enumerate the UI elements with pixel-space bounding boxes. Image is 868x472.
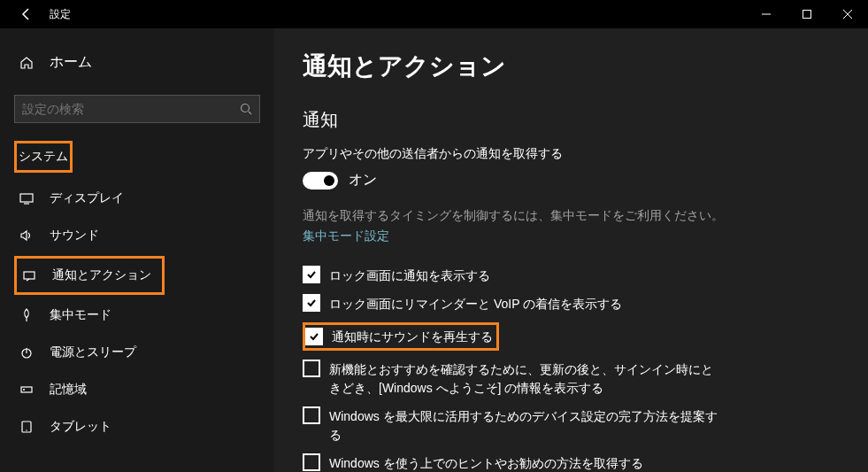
close-button[interactable]	[827, 0, 868, 28]
window-title: 設定	[42, 7, 746, 22]
sidebar-item-label: 記憶域	[50, 382, 87, 398]
focus-hint-text: 通知を取得するタイミングを制御するには、集中モードをご利用ください。	[303, 205, 840, 225]
display-icon	[18, 191, 35, 205]
notifications-icon	[20, 268, 38, 282]
svg-point-8	[26, 429, 27, 430]
focus-settings-link[interactable]: 集中モード設定	[303, 228, 840, 244]
sidebar-item-power[interactable]: 電源とスリープ	[14, 336, 260, 369]
search-icon	[240, 103, 252, 115]
notification-toggle[interactable]	[303, 172, 338, 190]
svg-rect-2	[20, 194, 33, 202]
storage-icon	[18, 383, 35, 397]
svg-point-6	[23, 389, 25, 391]
checkbox-label: ロック画面に通知を表示する	[329, 266, 490, 285]
main-area: ホーム システム ディスプレイ サウンド 通知とアクション	[0, 28, 868, 472]
svg-point-1	[242, 104, 250, 112]
sidebar-item-display[interactable]: ディスプレイ	[14, 182, 260, 215]
section-title: 通知	[303, 108, 840, 132]
content-area: 通知とアクション 通知 アプリやその他の送信者からの通知を取得する オン 通知を…	[274, 28, 868, 472]
window-controls	[746, 0, 868, 28]
checkbox[interactable]	[305, 328, 323, 345]
sidebar-item-sound[interactable]: サウンド	[14, 219, 260, 252]
sidebar-item-focus[interactable]: 集中モード	[14, 298, 260, 332]
checkbox[interactable]	[303, 294, 320, 312]
checkbox-sound-highlight[interactable]: 通知時にサウンドを再生する	[303, 322, 499, 351]
sidebar-item-label: 集中モード	[50, 307, 111, 323]
notification-toggle-desc: アプリやその他の送信者からの通知を取得する	[303, 146, 840, 162]
toggle-knob	[324, 175, 334, 186]
maximize-button[interactable]	[787, 0, 827, 28]
checkbox-label: Windows を最大限に活用するためのデバイス設定の完了方法を提案する	[329, 406, 718, 445]
search-box[interactable]	[14, 95, 260, 123]
page-title: 通知とアクション	[303, 50, 840, 83]
checkbox-label: 新機能とおすすめを確認するために、更新の後と、サインイン時にときどき、[Wind…	[329, 360, 718, 398]
sidebar-item-label: ディスプレイ	[50, 190, 124, 206]
checkbox[interactable]	[303, 266, 320, 283]
focus-icon	[18, 308, 35, 322]
home-label: ホーム	[50, 53, 92, 72]
sidebar-item-storage[interactable]: 記憶域	[14, 373, 260, 406]
svg-rect-0	[803, 11, 811, 19]
checkbox-label: Windows を使う上でのヒントやお勧めの方法を取得する	[329, 453, 643, 472]
checkbox[interactable]	[303, 406, 320, 424]
category-system[interactable]: システム	[14, 141, 73, 173]
sidebar-item-label: サウンド	[50, 228, 99, 244]
checkbox-row-lockscreen[interactable]: ロック画面に通知を表示する	[303, 266, 840, 285]
home-icon	[18, 56, 35, 70]
checkbox-row-sound: 通知時にサウンドを再生する	[303, 322, 840, 351]
checkbox[interactable]	[303, 360, 320, 377]
search-input[interactable]	[22, 102, 240, 116]
power-icon	[18, 345, 35, 360]
notification-toggle-row: オン	[303, 171, 840, 190]
checkbox-row-device-setup[interactable]: Windows を最大限に活用するためのデバイス設定の完了方法を提案する	[303, 406, 840, 445]
sidebar: ホーム システム ディスプレイ サウンド 通知とアクション	[0, 28, 274, 472]
home-nav[interactable]: ホーム	[14, 46, 260, 79]
toggle-label: オン	[349, 171, 377, 190]
sidebar-item-label: 通知とアクション	[52, 267, 151, 283]
checkbox-label: ロック画面にリマインダーと VoIP の着信を表示する	[329, 294, 622, 313]
minimize-button[interactable]	[746, 0, 787, 28]
titlebar: 設定	[0, 0, 868, 28]
checkbox-label: 通知時にサウンドを再生する	[332, 327, 493, 346]
svg-rect-5	[21, 387, 32, 392]
back-button[interactable]	[11, 7, 42, 21]
sidebar-item-label: タブレット	[50, 419, 111, 435]
sidebar-item-tablet[interactable]: タブレット	[14, 410, 260, 444]
svg-rect-3	[24, 272, 35, 279]
sound-icon	[18, 228, 35, 243]
checkbox-row-welcome[interactable]: 新機能とおすすめを確認するために、更新の後と、サインイン時にときどき、[Wind…	[303, 360, 840, 398]
tablet-icon	[18, 420, 35, 434]
checkbox-row-tips[interactable]: Windows を使う上でのヒントやお勧めの方法を取得する	[303, 453, 840, 472]
sidebar-item-label: 電源とスリープ	[50, 344, 136, 360]
checkbox[interactable]	[303, 453, 320, 471]
checkbox-row-voip[interactable]: ロック画面にリマインダーと VoIP の着信を表示する	[303, 294, 840, 313]
sidebar-item-notifications[interactable]: 通知とアクション	[14, 256, 165, 295]
